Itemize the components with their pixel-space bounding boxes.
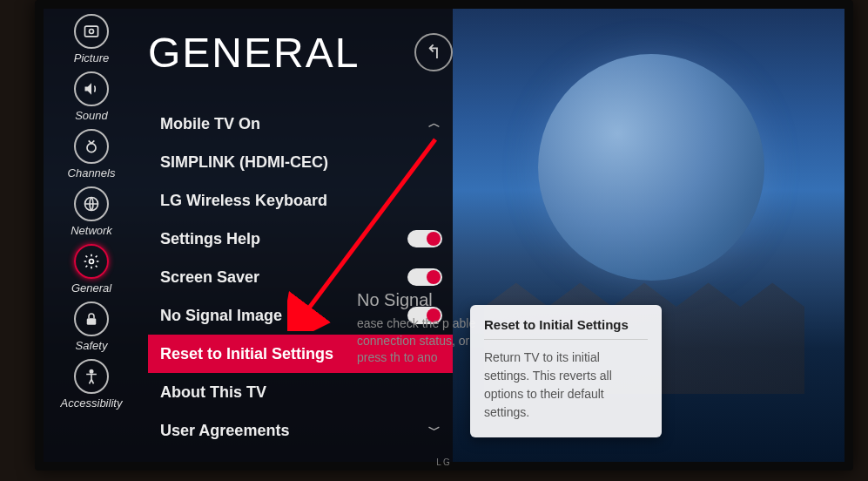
sidebar-item-label: Channels [68,166,116,180]
setting-label: Mobile TV On [160,115,260,133]
svg-point-4 [90,260,94,264]
back-button[interactable]: ↰ [414,33,453,71]
setting-about-tv[interactable]: About This TV [148,373,453,411]
sidebar-item-network[interactable]: Network [71,186,112,237]
setting-label: User Agreements [160,422,289,440]
setting-label: Reset to Initial Settings [160,345,333,363]
channels-icon [74,129,109,164]
gear-icon [74,244,109,279]
sidebar-item-picture[interactable]: Picture [74,14,109,64]
sound-icon [74,71,109,106]
brand-logo: LG [436,457,451,467]
sidebar-item-channels[interactable]: Channels [68,129,116,180]
accessibility-icon [74,359,109,394]
setting-wireless-keyboard[interactable]: LG Wireless Keyboard [148,181,453,220]
sidebar-item-label: Sound [75,109,108,122]
setting-label: Screen Saver [160,268,259,287]
settings-sidebar: Picture Sound Channels Network General S… [44,9,139,462]
svg-rect-0 [85,26,98,37]
tooltip-body: Return TV to its initial settings. This … [484,349,648,422]
sidebar-item-label: Network [71,224,112,237]
setting-settings-help[interactable]: Settings Help [148,220,453,258]
sidebar-item-safety[interactable]: Safety [74,301,109,352]
sidebar-item-sound[interactable]: Sound [74,71,109,122]
setting-label: Settings Help [160,230,260,248]
setting-label: SIMPLINK (HDMI-CEC) [160,153,328,172]
network-icon [74,186,109,221]
svg-point-1 [90,30,94,34]
tooltip-title: Reset to Initial Settings [484,317,648,340]
header: GENERAL ↰ [148,17,453,87]
toggle-switch[interactable] [407,268,442,286]
no-signal-body: ease check the p able connection status,… [357,316,475,364]
svg-point-6 [90,370,92,373]
chevron-up-icon: ︿ [428,116,441,132]
sidebar-item-general[interactable]: General [71,244,111,295]
setting-label: LG Wireless Keyboard [160,192,327,210]
setting-label: About This TV [160,383,266,402]
sidebar-item-label: Accessibility [61,396,123,410]
setting-mobile-tv-on[interactable]: Mobile TV On ︿ [148,105,453,143]
sidebar-item-label: General [71,281,111,295]
lock-icon [74,301,109,336]
page-title: GENERAL [148,29,360,77]
picture-icon [74,14,109,49]
back-icon: ↰ [426,41,441,64]
svg-point-2 [87,144,96,152]
chevron-down-icon: ﹀ [428,423,441,438]
sidebar-item-label: Picture [74,51,109,64]
setting-simplink[interactable]: SIMPLINK (HDMI-CEC) [148,143,453,181]
setting-user-agreements[interactable]: User Agreements ﹀ [148,411,453,450]
setting-label: No Signal Image [160,307,282,325]
sidebar-item-label: Safety [76,339,108,352]
sidebar-item-accessibility[interactable]: Accessibility [61,359,123,410]
toggle-switch[interactable] [407,230,442,247]
settings-list: Mobile TV On ︿ SIMPLINK (HDMI-CEC) LG Wi… [148,105,453,450]
svg-rect-5 [87,318,97,325]
help-tooltip: Reset to Initial Settings Return TV to i… [470,305,662,437]
